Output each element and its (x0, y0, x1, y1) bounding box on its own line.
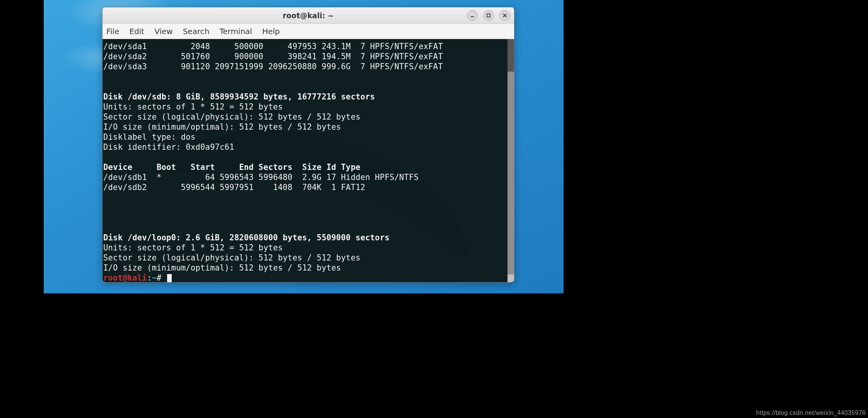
window-titlebar[interactable]: root@kali: ~ (103, 7, 514, 24)
menu-file[interactable]: File (106, 27, 119, 36)
menu-edit[interactable]: Edit (129, 27, 144, 36)
scrollbar-track (507, 39, 514, 72)
maximize-button[interactable] (483, 10, 494, 21)
menu-terminal[interactable]: Terminal (219, 27, 252, 36)
terminal-body[interactable]: /dev/sda1 2048 500000 497953 243.1M 7 HP… (103, 39, 514, 282)
menu-search[interactable]: Search (183, 27, 210, 36)
menu-view[interactable]: View (154, 27, 173, 36)
window-controls (467, 10, 510, 21)
terminal-output[interactable]: /dev/sda1 2048 500000 497953 243.1M 7 HP… (103, 39, 507, 282)
minimize-button[interactable] (467, 10, 478, 21)
terminal-window: root@kali: ~ File Edit View Search Termi… (102, 7, 514, 283)
menu-help[interactable]: Help (262, 27, 280, 36)
scrollbar-down-button[interactable] (507, 274, 514, 282)
svg-rect-1 (487, 14, 490, 17)
window-title: root@kali: ~ (283, 11, 334, 20)
menubar: File Edit View Search Terminal Help (103, 24, 514, 39)
scrollbar[interactable] (507, 39, 514, 282)
close-button[interactable] (499, 10, 510, 21)
scrollbar-thumb[interactable] (507, 72, 514, 274)
watermark-url: https://blog.csdn.net/weixin_44035976 (756, 409, 866, 416)
